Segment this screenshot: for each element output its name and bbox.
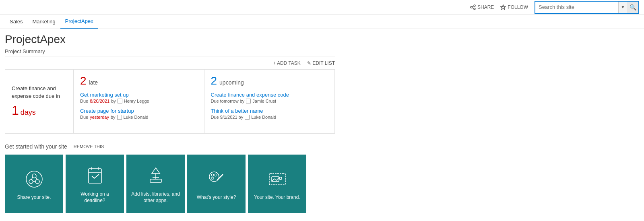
svg-line-4 [472,8,474,8]
svg-line-3 [472,6,474,7]
late-task-1-assignee: Henry Legge [124,99,149,103]
svg-rect-13 [89,169,101,183]
late-task-2-due-prefix: Due [80,115,88,120]
late-header: 2 late [80,74,198,87]
tile-deadline[interactable]: Working on a deadline? [66,155,124,213]
svg-point-2 [474,8,475,10]
nav-item-marketing[interactable]: Marketing [28,14,60,29]
follow-label: FOLLOW [508,4,528,10]
edit-list-button[interactable]: ✎ EDIT LIST [307,60,335,66]
late-task-1-due-date: 8/20/2021 [90,99,109,103]
tile-apps-label: Add lists, libraries, and other apps. [131,191,180,204]
upcoming-task-1-assignee: Jamie Crust [252,99,276,103]
tile-brand-label: Your site. Your brand. [254,194,300,201]
late-label: late [89,79,98,86]
deadline-tile-icon [83,164,107,188]
svg-point-0 [474,5,475,6]
task-highlight-text: Create finance and expense code due in [12,85,67,99]
late-task-2-meta: Due yesterday by Luke Donald [80,115,198,120]
late-task-1-due-prefix: Due [80,99,88,103]
upcoming-label: upcoming [219,79,244,86]
get-started-title: Get started with your site [5,143,67,150]
upcoming-task-2-checkbox[interactable] [245,115,250,120]
main-content: Project Summary + ADD TASK ✎ EDIT LIST C… [0,48,644,221]
style-tile-icon [204,167,229,191]
upcoming-tasks-column: 2 upcoming Create finance and expense co… [204,70,335,133]
svg-point-6 [26,171,42,187]
upcoming-header: 2 upcoming [211,74,328,87]
svg-line-24 [219,176,221,178]
upcoming-task-2-assignee: Luke Donald [251,115,276,120]
late-task-1-checkbox[interactable] [118,99,122,103]
search-submit-button[interactable]: 🔍 [627,2,638,13]
top-bar-actions: SHARE FOLLOW ▼ 🔍 [470,1,639,14]
remove-this-button[interactable]: REMOVE THIS [74,144,104,149]
upcoming-task-2-meta: Due 9/1/2021 by Luke Donald [211,115,328,120]
upcoming-task-1-due-prefix: Due tomorrow by [211,99,245,103]
brand-tile-icon [265,167,289,191]
share-action[interactable]: SHARE [470,4,494,10]
nav-item-sales[interactable]: Sales [5,14,28,29]
late-task-1-title[interactable]: Get marketing set up [80,92,129,98]
top-bar: SHARE FOLLOW ▼ 🔍 [0,0,644,14]
page-header: ProjectApex [0,29,644,48]
upcoming-task-1-checkbox[interactable] [246,99,251,103]
tile-deadline-label: Working on a deadline? [70,191,119,204]
task-toolbar: + ADD TASK ✎ EDIT LIST [5,60,335,66]
days-number: 1 [12,103,19,118]
upcoming-task-1-meta: Due tomorrow by Jamie Crust [211,99,328,103]
task-highlight: Create finance and expense code due in 1… [5,70,74,133]
svg-marker-5 [501,5,506,10]
svg-point-25 [211,174,214,176]
tiles-row: Share your site. Working on a deadline? [5,155,639,213]
late-task-2: Create page for startup Due yesterday by… [80,107,198,120]
svg-point-30 [279,177,282,180]
days-label: days [21,108,36,117]
site-navigation: Sales Marketing ProjectApex [0,14,644,29]
svg-point-9 [35,180,39,184]
late-task-1-meta: Due 8/20/2021 by Henry Legge [80,99,198,103]
svg-point-1 [471,6,472,8]
late-task-1: Get marketing set up Due 8/20/2021 by He… [80,91,198,103]
task-highlight-days: 1 days [12,103,67,118]
search-box[interactable]: ▼ 🔍 [535,1,639,14]
late-task-2-assignee: Luke Donald [124,115,149,120]
search-dropdown-button[interactable]: ▼ [618,2,627,13]
late-task-2-by: by [111,115,116,120]
upcoming-task-1-title[interactable]: Create finance and expense code [211,92,289,98]
upcoming-task-2-title[interactable]: Think of a better name [211,108,263,114]
tile-brand[interactable]: Your site. Your brand. [248,155,306,213]
share-tile-icon [22,167,46,191]
upcoming-task-1: Create finance and expense code Due tomo… [211,91,328,103]
upcoming-task-2: Think of a better name Due 9/1/2021 by L… [211,107,328,120]
get-started-section: Get started with your site REMOVE THIS [5,143,639,221]
tile-style[interactable]: What's your style? [187,155,246,213]
late-task-2-due-date: yesterday [90,115,109,120]
late-count: 2 [80,74,87,87]
add-task-button[interactable]: + ADD TASK [273,60,301,66]
upcoming-task-2-due-prefix: Due 9/1/2021 by [211,115,244,120]
svg-point-26 [215,174,217,176]
search-input[interactable] [535,2,618,12]
nav-item-projectapex[interactable]: ProjectApex [60,14,98,29]
svg-marker-17 [152,168,160,173]
section-title: Project Summary [5,48,335,56]
share-label: SHARE [477,4,494,10]
tile-share-label: Share your site. [17,194,51,201]
upcoming-count: 2 [211,74,217,87]
svg-point-27 [211,177,214,180]
page-title: ProjectApex [5,33,639,46]
follow-action[interactable]: FOLLOW [500,4,528,10]
late-task-2-checkbox[interactable] [117,115,122,120]
late-task-2-title[interactable]: Create page for startup [80,108,134,114]
project-summary-section: Project Summary + ADD TASK ✎ EDIT LIST C… [5,48,639,134]
task-summary: Create finance and expense code due in 1… [5,69,335,134]
get-started-header: Get started with your site REMOVE THIS [5,143,639,150]
tile-share[interactable]: Share your site. [5,155,63,213]
tile-style-label: What's your style? [197,194,236,201]
late-task-1-by: by [111,99,116,103]
svg-point-8 [29,180,33,184]
svg-rect-21 [150,179,161,182]
apps-tile-icon [144,164,168,188]
tile-apps[interactable]: Add lists, libraries, and other apps. [126,155,185,213]
